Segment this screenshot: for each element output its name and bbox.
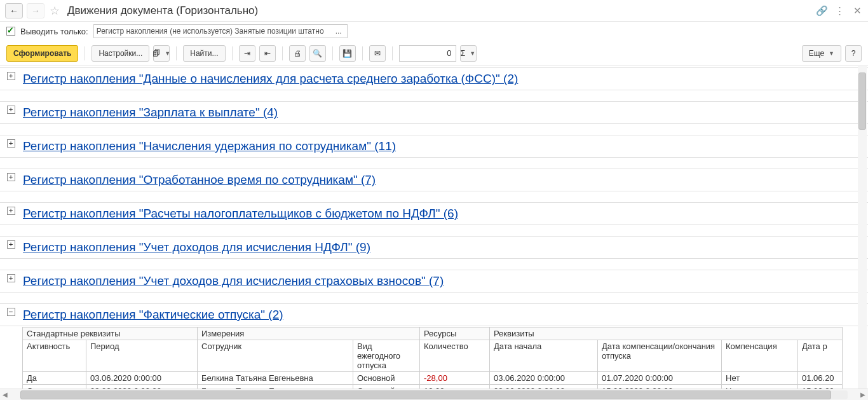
toolbar-separator	[85, 46, 85, 60]
link-icon[interactable]: 🔗	[816, 5, 827, 17]
collapse-icon: ⇤	[264, 49, 271, 58]
scroll-track[interactable]	[20, 390, 848, 399]
output-only-checkbox[interactable]	[6, 27, 15, 36]
cell-date_start: 03.06.2020 0:00:00	[490, 385, 598, 389]
table-row[interactable]: Да03.06.2020 0:00:00Белкина Татьяна Евге…	[23, 385, 843, 389]
register-section-link[interactable]: Регистр накопления "Данные о начислениях…	[22, 68, 868, 90]
register-section-link[interactable]: Регистр накопления "Расчеты налогоплател…	[22, 203, 868, 224]
filter-value-input[interactable]: Регистр накопления (не используется) Зан…	[93, 24, 348, 38]
cell-date_start: 03.06.2020 0:00:00	[490, 372, 598, 385]
cell-date_comp: 01.07.2020 0:00:00	[598, 372, 722, 385]
output-only-label: Выводить только:	[20, 27, 88, 36]
register-section-link[interactable]: Регистр накопления "Начисления удержания…	[22, 135, 868, 157]
window-title: Движения документа (Горизонтально)	[67, 4, 812, 17]
col-header-vac_type[interactable]: Вид ежегодного отпуска	[353, 340, 420, 372]
toolbar-separator	[232, 46, 233, 60]
cell-vac_type: Основной	[353, 385, 420, 389]
toolbar-separator	[176, 46, 177, 60]
collapse-all-button[interactable]: ⇤	[259, 45, 276, 62]
col-header-active[interactable]: Активность	[23, 340, 86, 372]
help-button[interactable]: ?	[845, 45, 862, 62]
generate-button[interactable]: Сформировать	[6, 45, 78, 62]
toolbar-separator	[392, 46, 393, 60]
cell-active: Да	[23, 372, 86, 385]
filter-select-button[interactable]: ...	[333, 27, 344, 36]
sigma-icon: Σ	[461, 49, 465, 58]
detail-table: Стандартные реквизитыИзмеренияРесурсыРек…	[22, 327, 843, 389]
col-header-employee[interactable]: Сотрудник	[198, 340, 353, 372]
col-group-dimensions: Измерения	[198, 328, 420, 340]
kebab-menu-icon[interactable]: ⋮	[834, 5, 845, 17]
tree-toggle[interactable]: +	[7, 207, 15, 215]
cell-period: 03.06.2020 0:00:00	[86, 372, 198, 385]
cell-period: 03.06.2020 0:00:00	[86, 385, 198, 389]
col-header-period[interactable]: Период	[86, 340, 198, 372]
cell-comp: Нет	[722, 372, 798, 385]
scroll-right-arrow[interactable]: ▶	[858, 391, 868, 398]
col-header-date_comp[interactable]: Дата компенсации/окончания отпуска	[598, 340, 722, 372]
cell-date_r: 15.06.20	[798, 385, 843, 389]
vertical-scrollbar[interactable]	[858, 66, 867, 389]
register-section-link[interactable]: Регистр накопления "Отработанное время п…	[22, 169, 868, 191]
horizontal-scrollbar[interactable]: ◀ ▶	[0, 389, 868, 400]
tree-toggle[interactable]: +	[7, 106, 15, 114]
tree-toggle[interactable]: +	[7, 72, 15, 80]
scroll-thumb[interactable]	[20, 390, 831, 399]
cell-active: Да	[23, 385, 86, 389]
toolbar: Сформировать Настройки... 🗐▼ Найти... ⇥ …	[0, 41, 868, 66]
sigma-button[interactable]: Σ▼	[460, 45, 477, 62]
vertical-scroll-thumb[interactable]	[858, 72, 866, 130]
filter-value-text: Регистр накопления (не используется) Зан…	[97, 27, 324, 36]
find-button[interactable]: Найти...	[183, 45, 225, 62]
expand-icon: ⇥	[244, 49, 250, 58]
cell-vac_type: Основной	[353, 372, 420, 385]
tree-toggle[interactable]: −	[7, 308, 15, 316]
scroll-left-arrow[interactable]: ◀	[0, 391, 10, 398]
toolbar-separator	[362, 46, 363, 60]
print-button[interactable]: 🖨	[289, 45, 306, 62]
register-section-link[interactable]: Регистр накопления "Учет доходов для исч…	[22, 270, 868, 292]
filter-bar: Выводить только: Регистр накопления (не …	[0, 22, 868, 41]
email-button[interactable]: ✉	[369, 45, 386, 62]
nav-forward-button[interactable]: →	[27, 3, 44, 18]
col-group-resources: Ресурсы	[420, 328, 490, 340]
register-section-link[interactable]: Регистр накопления "Фактические отпуска"…	[22, 304, 868, 326]
register-section-link[interactable]: Регистр накопления "Учет доходов для исч…	[22, 237, 868, 258]
cell-qty: -28,00	[420, 372, 490, 385]
close-icon[interactable]: ✕	[851, 5, 863, 17]
save-button[interactable]: 💾	[339, 45, 356, 62]
variants-icon: 🗐	[153, 49, 160, 58]
cell-date_r: 01.06.20	[798, 372, 843, 385]
report-area[interactable]: +Регистр накопления "Данные о начисления…	[0, 66, 868, 389]
email-icon: ✉	[374, 49, 381, 58]
tree-toggle[interactable]: +	[7, 173, 15, 181]
tree-toggle[interactable]: +	[7, 274, 15, 282]
tree-toggle[interactable]: +	[7, 139, 15, 148]
cell-date_comp: 15.06.2020 0:00:00	[598, 385, 722, 389]
print-icon: 🖨	[294, 49, 301, 58]
table-row[interactable]: Да03.06.2020 0:00:00Белкина Татьяна Евге…	[23, 372, 843, 385]
col-group-attributes: Реквизиты	[490, 328, 843, 340]
variants-button[interactable]: 🗐▼	[153, 45, 170, 62]
cell-qty: 12,00	[420, 385, 490, 389]
preview-button[interactable]: 🔍	[309, 45, 326, 62]
nav-back-button[interactable]: ←	[5, 3, 23, 18]
save-icon: 💾	[342, 49, 352, 58]
favorite-star-icon[interactable]: ☆	[48, 4, 61, 17]
register-section-link[interactable]: Регистр накопления "Зарплата к выплате" …	[22, 102, 868, 123]
expand-all-button[interactable]: ⇥	[239, 45, 255, 62]
col-header-comp[interactable]: Компенсация	[722, 340, 798, 372]
col-header-date_start[interactable]: Дата начала	[490, 340, 598, 372]
sum-value[interactable]: 0	[399, 45, 456, 62]
preview-icon: 🔍	[313, 49, 322, 58]
title-bar: ← → ☆ Движения документа (Горизонтально)…	[0, 0, 868, 22]
settings-button[interactable]: Настройки...	[92, 45, 149, 62]
more-button[interactable]: Еще▼	[802, 45, 841, 62]
toolbar-separator	[282, 46, 283, 60]
cell-employee: Белкина Татьяна Евгеньевна	[198, 385, 353, 389]
tree-toggle[interactable]: +	[7, 240, 15, 249]
col-group-standard: Стандартные реквизиты	[23, 328, 198, 340]
cell-employee: Белкина Татьяна Евгеньевна	[198, 372, 353, 385]
col-header-qty[interactable]: Количество	[420, 340, 490, 372]
col-header-date_r[interactable]: Дата р	[798, 340, 843, 372]
